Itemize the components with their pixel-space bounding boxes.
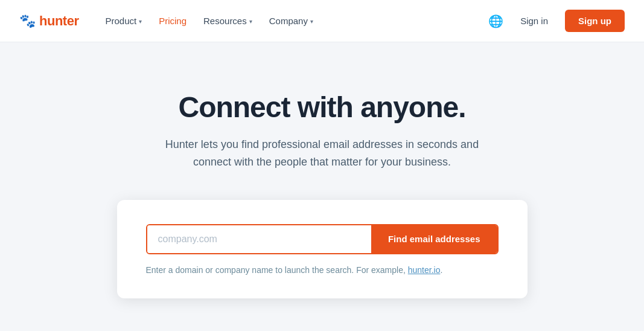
hint-link[interactable]: hunter.io <box>408 265 441 275</box>
logo-link[interactable]: 🐾 hunter <box>19 13 78 29</box>
domain-search-input[interactable] <box>147 225 371 253</box>
globe-icon[interactable]: 🌐 <box>488 14 503 28</box>
hero-section: Connect with anyone. Hunter lets you fin… <box>0 42 644 331</box>
nav-item-product[interactable]: Product ▾ <box>98 11 149 31</box>
logo-icon: 🐾 <box>19 13 36 29</box>
logo-text: hunter <box>39 13 78 29</box>
chevron-down-icon: ▾ <box>310 18 313 25</box>
search-hint: Enter a domain or company name to launch… <box>146 264 499 277</box>
search-card: Find email addresses Enter a domain or c… <box>117 200 528 298</box>
signup-button[interactable]: Sign up <box>565 10 625 32</box>
chevron-down-icon: ▾ <box>139 18 142 25</box>
find-emails-button[interactable]: Find email addresses <box>371 225 497 253</box>
hero-subtitle: Hunter lets you find professional email … <box>147 136 497 171</box>
signin-link[interactable]: Sign in <box>513 11 555 31</box>
search-form: Find email addresses <box>146 224 499 254</box>
nav-item-resources[interactable]: Resources ▾ <box>196 11 260 31</box>
nav-right: 🌐 Sign in Sign up <box>488 10 625 32</box>
nav-item-company[interactable]: Company ▾ <box>262 11 320 31</box>
chevron-down-icon: ▾ <box>249 18 252 25</box>
nav-links: Product ▾ Pricing Resources ▾ Company ▾ <box>98 11 488 31</box>
nav-item-pricing[interactable]: Pricing <box>151 11 194 31</box>
hero-title: Connect with anyone. <box>178 91 465 124</box>
navbar: 🐾 hunter Product ▾ Pricing Resources ▾ C… <box>0 0 644 42</box>
